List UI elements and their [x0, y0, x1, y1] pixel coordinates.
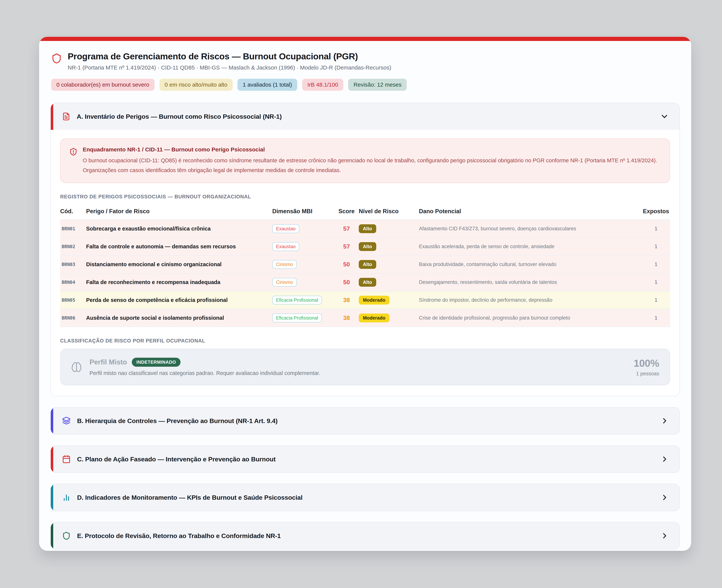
- section-c-accent: [51, 446, 53, 472]
- badge-irb-score: IrB 48.1/100: [302, 79, 343, 91]
- profile-title: Perfil Misto: [89, 358, 127, 366]
- row-hazard-name: Distanciamento emocional e cinismo organ…: [86, 261, 272, 268]
- section-a-inventario: A. Inventário de Perigos — Burnout como …: [51, 103, 680, 396]
- col-header-dimensao: Dimensão MBI: [272, 208, 334, 215]
- risk-level-badge: Alto: [359, 242, 376, 251]
- risk-level-badge: Moderado: [359, 296, 389, 304]
- registry-section-label: REGISTRO DE PERIGOS PSICOSSOCIAIS — BURN…: [60, 194, 670, 200]
- row-hazard-name: Falta de controle e autonomia — demandas…: [86, 244, 272, 250]
- page-title: Programa de Gerenciamento de Riscos — Bu…: [68, 51, 391, 61]
- section-e-title: E. Protocolo de Revisão, Retorno ao Trab…: [77, 532, 281, 540]
- hazards-table-header: Cód. Perigo / Fator de Risco Dimensão MB…: [60, 205, 670, 220]
- table-row: BRN05 Perda de senso de competência e ef…: [60, 291, 670, 309]
- chevron-right-icon[interactable]: [660, 531, 669, 540]
- shield-icon: [62, 531, 71, 541]
- nr1-cid11-alert: Enquadramento NR-1 / CID-11 — Burnout co…: [60, 139, 670, 183]
- row-score: 38: [334, 314, 359, 321]
- calendar-icon: [62, 455, 71, 463]
- row-damage: Afastamento CID F43/Z73, burnout severo,…: [419, 226, 642, 232]
- chevron-right-icon[interactable]: [660, 455, 669, 463]
- row-code: BRN01: [60, 226, 86, 231]
- badge-risco-alto: 0 em risco alto/muito alto: [159, 79, 233, 91]
- section-c-header[interactable]: C. Plano de Ação Faseado — Intervenção e…: [51, 446, 680, 472]
- dimension-chip: Cinismo: [272, 260, 297, 269]
- section-b-hierarquia: B. Hierarquia de Controles — Prevenção a…: [51, 407, 680, 435]
- section-b-title: B. Hierarquia de Controles — Prevenção a…: [77, 417, 278, 424]
- pgr-document-card: Programa de Gerenciamento de Riscos — Bu…: [39, 37, 691, 551]
- row-damage: Baixa produtividade, contaminação cultur…: [419, 261, 642, 267]
- col-header-expostos: Expostos: [642, 208, 670, 215]
- table-row: BRN03 Distanciamento emocional e cinismo…: [60, 256, 670, 274]
- row-damage: Exaustão acelerada, perda de senso de co…: [419, 244, 642, 250]
- profile-people-count: 1 pessoas: [634, 371, 659, 377]
- section-e-header[interactable]: E. Protocolo de Revisão, Retorno ao Trab…: [51, 522, 680, 549]
- section-e-accent: [51, 522, 53, 549]
- risk-level-badge: Alto: [359, 224, 376, 233]
- dimension-chip: Exaustao: [272, 224, 299, 233]
- risk-level-badge: Alto: [359, 278, 376, 287]
- row-code: BRN04: [60, 280, 86, 285]
- profile-misto-card: Perfil Misto INDETERMINADO Perfil misto …: [60, 349, 670, 385]
- row-score: 57: [334, 225, 359, 232]
- shield-logo-icon: [51, 52, 62, 65]
- dimension-chip: Cinismo: [272, 278, 297, 287]
- section-a-accent: [51, 103, 53, 130]
- hazards-table: Cód. Perigo / Fator de Risco Dimensão MB…: [60, 205, 670, 327]
- dimension-chip: Eficacia Profissional: [272, 296, 322, 304]
- row-hazard-name: Perda de senso de competência e eficácia…: [86, 297, 272, 303]
- row-exposed: 1: [642, 244, 670, 250]
- row-score: 38: [334, 297, 359, 303]
- chevron-right-icon[interactable]: [660, 417, 669, 425]
- file-text-icon: [62, 111, 70, 121]
- row-hazard-name: Sobrecarga e exaustão emocional/física c…: [86, 226, 272, 232]
- section-c-title: C. Plano de Ação Faseado — Intervenção e…: [77, 456, 276, 463]
- row-exposed: 1: [642, 226, 670, 232]
- dimension-chip: Eficacia Profissional: [272, 314, 322, 322]
- row-hazard-name: Ausência de suporte social e isolamento …: [86, 315, 272, 321]
- section-a-title: A. Inventário de Perigos — Burnout como …: [77, 113, 282, 120]
- section-b-accent: [51, 407, 53, 434]
- row-score: 50: [334, 261, 359, 268]
- section-a-header[interactable]: A. Inventário de Perigos — Burnout como …: [51, 103, 680, 130]
- section-b-header[interactable]: B. Hierarquia de Controles — Prevenção a…: [51, 407, 680, 434]
- row-exposed: 1: [642, 279, 670, 285]
- profile-description: Perfil misto nao classificavel nas categ…: [89, 370, 626, 376]
- layers-icon: [62, 417, 71, 425]
- section-a-body: Enquadramento NR-1 / CID-11 — Burnout co…: [51, 130, 680, 396]
- bar-chart-icon: [62, 493, 71, 502]
- badge-revisao: Revisão: 12 meses: [348, 79, 407, 91]
- col-header-cod: Cód.: [60, 208, 86, 215]
- table-row: BRN06 Ausência de suporte social e isola…: [60, 309, 670, 327]
- chevron-down-icon[interactable]: [660, 112, 669, 121]
- alert-body: O burnout ocupacional (CID-11: QD85) é r…: [83, 156, 658, 175]
- row-hazard-name: Falta de reconhecimento e recompensa ina…: [86, 279, 272, 285]
- col-header-nivel: Nível de Risco: [359, 208, 419, 215]
- row-exposed: 1: [642, 297, 670, 303]
- row-damage: Desengajamento, ressentimento, saída vol…: [419, 279, 642, 285]
- section-d-title: D. Indicadores de Monitoramento — KPIs d…: [77, 494, 302, 501]
- row-code: BRN02: [60, 244, 86, 249]
- risk-level-badge: Alto: [359, 260, 376, 269]
- section-d-indicadores: D. Indicadores de Monitoramento — KPIs d…: [51, 484, 680, 511]
- document-header: Programa de Gerenciamento de Riscos — Bu…: [39, 41, 691, 91]
- top-red-accent-bar: [39, 37, 691, 41]
- table-row: BRN02 Falta de controle e autonomia — de…: [60, 238, 670, 256]
- row-code: BRN03: [60, 262, 86, 267]
- col-header-score: Score: [334, 208, 359, 215]
- badge-avaliados: 1 avaliados (1 total): [238, 79, 297, 91]
- table-row: BRN01 Sobrecarga e exaustão emocional/fí…: [60, 220, 670, 238]
- shield-alert-icon: [69, 147, 78, 175]
- col-header-dano: Dano Potencial: [419, 208, 642, 215]
- alert-title: Enquadramento NR-1 / CID-11 — Burnout co…: [83, 146, 658, 153]
- risk-level-badge: Moderado: [359, 314, 389, 322]
- profile-percent: 100%: [634, 357, 659, 369]
- row-score: 50: [334, 279, 359, 286]
- section-e-protocolo: E. Protocolo de Revisão, Retorno ao Trab…: [51, 522, 680, 549]
- row-damage: Crise de identidade profissional, progre…: [419, 315, 642, 321]
- section-d-accent: [51, 484, 53, 511]
- chevron-right-icon[interactable]: [660, 493, 669, 502]
- col-header-perigo: Perigo / Fator de Risco: [86, 208, 272, 215]
- section-d-header[interactable]: D. Indicadores de Monitoramento — KPIs d…: [51, 484, 680, 511]
- classification-section-label: CLASSIFICAÇÃO DE RISCO POR PERFIL OCUPAC…: [60, 338, 670, 344]
- row-code: BRN05: [60, 298, 86, 303]
